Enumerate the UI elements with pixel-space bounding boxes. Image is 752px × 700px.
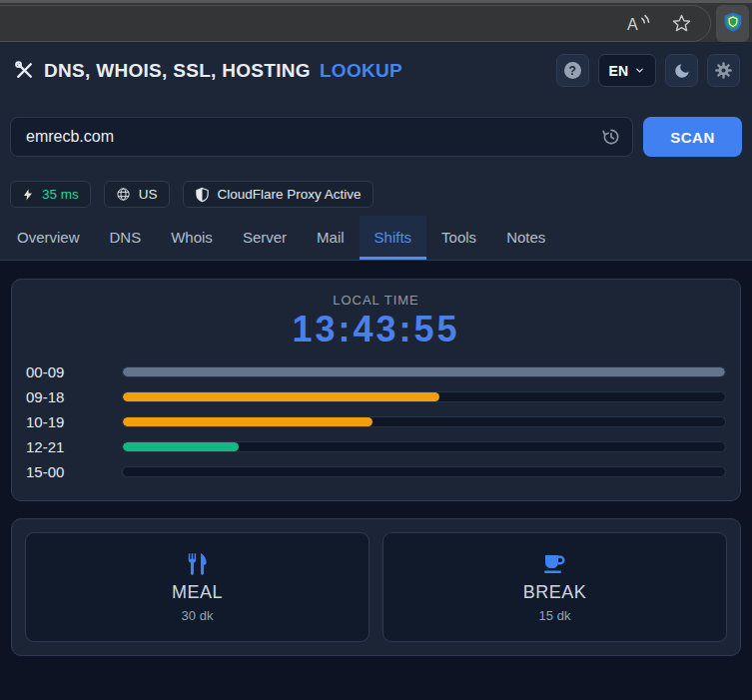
shift-range-label: 15-00 — [26, 463, 122, 480]
break-duration: 15 dk — [539, 608, 571, 623]
chevron-down-icon — [634, 65, 645, 76]
read-aloud-icon[interactable]: A — [626, 11, 652, 37]
break-label: BREAK — [523, 582, 587, 603]
shift-progress-list: 00-09 09-18 10-19 12-21 — [26, 359, 726, 484]
dark-mode-button[interactable] — [665, 54, 698, 87]
latency-value: 35 ms — [42, 187, 79, 202]
scan-button[interactable]: SCAN — [643, 117, 742, 157]
shift-progress-track — [122, 441, 726, 452]
extension-button[interactable] — [716, 5, 749, 42]
title-accent: LOOKUP — [320, 60, 402, 82]
tab-dns[interactable]: DNS — [95, 216, 157, 260]
local-time-label: LOCAL TIME — [26, 293, 726, 308]
header-actions: ? EN — [556, 54, 740, 87]
shift-range-label: 10-19 — [26, 413, 122, 430]
shield-icon — [195, 187, 210, 203]
status-badges: 35 ms US CloudFlare Proxy Active — [0, 157, 752, 208]
tab-server[interactable]: Server — [228, 216, 302, 260]
shift-row: 10-19 — [26, 409, 726, 434]
shift-progress-track — [122, 416, 726, 427]
shift-row: 12-21 — [26, 434, 726, 459]
proxy-value: CloudFlare Proxy Active — [218, 187, 362, 202]
help-icon: ? — [564, 62, 581, 79]
shift-progress-fill — [123, 367, 725, 376]
extension-shield-icon — [722, 10, 744, 38]
country-value: US — [139, 187, 158, 202]
proxy-badge: CloudFlare Proxy Active — [183, 181, 374, 208]
tab-overview[interactable]: Overview — [2, 216, 95, 260]
gear-icon — [714, 61, 733, 80]
bookmark-star-icon[interactable] — [668, 11, 694, 37]
tab-tools[interactable]: Tools — [426, 216, 491, 260]
search-row: SCAN — [0, 97, 752, 157]
svg-text:A: A — [627, 16, 638, 33]
tab-shifts[interactable]: Shifts — [360, 216, 427, 260]
mug-icon — [540, 551, 570, 577]
help-button[interactable]: ? — [556, 54, 589, 87]
break-card[interactable]: BREAK 15 dk — [382, 532, 727, 642]
shift-progress-track — [122, 366, 726, 377]
app-header: DNS, WHOIS, SSL, HOSTING LOOKUP ? EN — [0, 42, 752, 261]
page-title: DNS, WHOIS, SSL, HOSTING LOOKUP — [14, 60, 402, 82]
browser-toolbar: A — [0, 0, 752, 42]
tab-mail[interactable]: Mail — [302, 216, 360, 260]
search-input-wrap — [10, 117, 633, 157]
language-value: EN — [609, 63, 628, 79]
local-time-clock: 13:43:55 — [26, 310, 726, 350]
meal-label: MEAL — [172, 582, 223, 603]
language-dropdown[interactable]: EN — [598, 54, 656, 87]
meal-duration: 30 dk — [182, 608, 214, 623]
shift-row: 09-18 — [26, 384, 726, 409]
break-cards-panel: MEAL 30 dk BREAK 15 dk — [11, 518, 741, 656]
shift-progress-fill — [123, 442, 239, 451]
shift-progress-fill — [123, 417, 373, 426]
tab-notes[interactable]: Notes — [491, 216, 560, 260]
latency-badge: 35 ms — [10, 181, 91, 208]
title-main: DNS, WHOIS, SSL, HOSTING — [44, 60, 311, 82]
tab-whois[interactable]: Whois — [156, 216, 228, 260]
shift-range-label: 09-18 — [26, 388, 122, 405]
moon-icon — [673, 62, 691, 80]
local-time-panel: LOCAL TIME 13:43:55 00-09 09-18 10-19 — [11, 279, 741, 501]
shift-progress-fill — [123, 392, 439, 401]
shift-range-label: 12-21 — [26, 438, 122, 455]
shifts-tab-content: LOCAL TIME 13:43:55 00-09 09-18 10-19 — [0, 261, 752, 656]
shift-row: 00-09 — [26, 359, 726, 384]
shift-range-label: 00-09 — [26, 363, 122, 380]
utensils-icon — [185, 551, 211, 577]
tab-bar: Overview DNS Whois Server Mail Shifts To… — [0, 216, 752, 261]
settings-button[interactable] — [707, 54, 740, 87]
shift-progress-track — [122, 466, 726, 477]
history-icon[interactable] — [599, 125, 623, 149]
country-badge: US — [104, 181, 170, 208]
domain-input[interactable] — [10, 117, 633, 157]
address-bar[interactable]: A — [0, 5, 711, 42]
shift-row: 15-00 — [26, 459, 726, 484]
lightning-icon — [22, 188, 34, 202]
shift-progress-track — [122, 391, 726, 402]
globe-icon — [116, 187, 131, 202]
title-row: DNS, WHOIS, SSL, HOSTING LOOKUP ? EN — [0, 42, 752, 97]
tools-icon — [14, 60, 35, 81]
meal-card[interactable]: MEAL 30 dk — [25, 532, 370, 642]
